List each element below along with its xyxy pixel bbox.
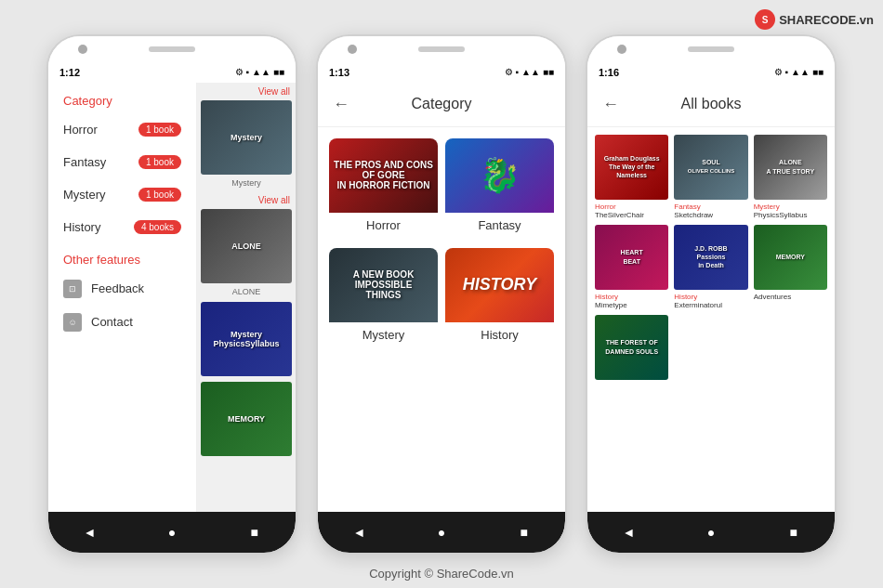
book-name-3: PhysicsSyllabus [754, 211, 827, 219]
view-all-2[interactable]: View all [258, 195, 290, 205]
book-item-forest[interactable]: THE FOREST OF DAMNED SOULS [595, 315, 668, 380]
book-genre-1: Horror [595, 203, 668, 211]
book-cover-text-6: MEMORY [774, 251, 807, 263]
horror-image-text: THE PROS AND CONS OF GOREIN HORROR FICTI… [329, 156, 438, 194]
settings-icon-3: ⚙ [774, 67, 783, 77]
phone-3-nav: ◄ ● ■ [587, 512, 835, 553]
sidebar-item-mystery[interactable]: Mystery 1 book [48, 178, 196, 211]
nav-home-1[interactable]: ● [163, 523, 181, 542]
wifi-icon-2: ■■ [543, 67, 554, 77]
phone-1: 1:12 ⚙ ▪ ▲▲ ■■ Category Horror 1 book [46, 34, 297, 555]
book-item-alone[interactable]: ALONEA TRUE STORY Mystery PhysicsSyllabu… [754, 135, 827, 219]
category-grid: THE PROS AND CONS OF GOREIN HORROR FICTI… [318, 127, 565, 361]
phone-2-screen: 1:13 ⚙ ▪ ▲▲ ■■ ← Category THE PROS AND C… [318, 62, 565, 512]
book-cover-passions: J.D. ROBBPassionsin Death [674, 225, 747, 290]
book-cover-wayofnameless: Graham DouglassThe Way of the Nameless [595, 135, 668, 200]
back-button-2[interactable]: ← [333, 95, 349, 114]
phone-2-nav: ◄ ● ■ [318, 512, 565, 553]
status-bar-1: 1:12 ⚙ ▪ ▲▲ ■■ [48, 62, 296, 83]
status-bar-2: 1:13 ⚙ ▪ ▲▲ ■■ [318, 62, 565, 83]
book-item-wayofnameless[interactable]: Graham DouglassThe Way of the Nameless H… [595, 135, 668, 219]
watermark-text: SHARECODE.vn [779, 13, 874, 27]
category-header: Category [48, 86, 196, 113]
book-cover-text-1: Graham DouglassThe Way of the Nameless [595, 152, 668, 181]
copyright-text: Copyright © ShareCode.vn [369, 567, 514, 581]
book-item-heartbeat[interactable]: HEARTBEAT History Mimetype [595, 225, 668, 309]
book-genre-4: History [595, 293, 668, 301]
book-name-4: Mimetype [595, 301, 668, 309]
horror-label: Horror [329, 213, 438, 234]
view-all-1[interactable]: View all [258, 86, 290, 97]
fantasy-image-text: 🐉 [479, 156, 521, 195]
book-name-6: Adventures [754, 293, 827, 301]
phone-3-camera [617, 45, 626, 54]
book-genre-5: History [674, 293, 747, 301]
settings-icon: ⚙ [235, 67, 244, 77]
book-name-1: TheSilverChair [595, 211, 668, 219]
book-cover-mystery: Mystery [201, 100, 292, 175]
books-grid: Graham DouglassThe Way of the Nameless H… [587, 127, 835, 387]
book-title-physics: Mystery PhysicsSyllabus [201, 328, 292, 350]
badge-mystery: 1 book [138, 188, 181, 202]
history-image: HISTORY [445, 248, 554, 322]
book-cover-heartbeat: HEARTBEAT [595, 225, 668, 290]
history-image-text: HISTORY [463, 275, 536, 294]
book-title-alone: ALONE [230, 240, 263, 253]
book-cover-text-2: SOULOLIVER COLLINS [686, 156, 736, 177]
sidebar-item-horror[interactable]: Horror 1 book [48, 113, 196, 146]
book-title-mystery: Mystery [229, 131, 264, 144]
menu-item-feedback[interactable]: ⊡ Feedback [48, 272, 196, 306]
signal-icon-2: ▲▲ [521, 67, 540, 77]
book-cover-soul: SOULOLIVER COLLINS [674, 135, 747, 200]
book-cover-memory-3: MEMORY [754, 225, 827, 290]
book-item-memory[interactable]: MEMORY Adventures [754, 225, 827, 309]
category-card-mystery[interactable]: A NEW BOOKIMPOSSIBLETHINGS Mystery [329, 248, 438, 350]
book-item-soul[interactable]: SOULOLIVER COLLINS Fantasy Sketchdraw [674, 135, 747, 219]
nav-back-1[interactable]: ◄ [80, 523, 99, 542]
settings-icon-2: ⚙ [505, 67, 513, 77]
book-title-memory: MEMORY [226, 412, 267, 425]
menu-item-contact[interactable]: ☺ Contact [48, 306, 196, 339]
book-label-alone: ALONE [201, 285, 292, 298]
nav-recent-1[interactable]: ■ [245, 523, 264, 542]
phone-1-speaker [149, 46, 195, 52]
nav-home-3[interactable]: ● [702, 523, 720, 542]
sidebar-item-label: Fantasy [63, 155, 106, 169]
battery-icon: ▪ [246, 67, 250, 77]
phone-2-app-header: ← Category [318, 83, 565, 127]
phone-1-screen: 1:12 ⚙ ▪ ▲▲ ■■ Category Horror 1 book [48, 62, 296, 512]
phone-3-top [587, 36, 835, 62]
sidebar-item-history[interactable]: History 4 books [48, 211, 196, 243]
mystery-image: A NEW BOOKIMPOSSIBLETHINGS [329, 248, 438, 322]
horror-image: THE PROS AND CONS OF GOREIN HORROR FICTI… [329, 138, 438, 213]
nav-back-3[interactable]: ◄ [619, 523, 638, 542]
phone-1-camera [78, 45, 87, 54]
back-button-3[interactable]: ← [602, 95, 619, 114]
nav-back-2[interactable]: ◄ [349, 523, 368, 542]
other-features-header: Other features [48, 243, 196, 272]
category-card-history[interactable]: HISTORY History [445, 248, 554, 350]
nav-recent-2[interactable]: ■ [515, 523, 534, 542]
nav-recent-3[interactable]: ■ [784, 523, 803, 542]
all-books-title: All books [681, 96, 742, 112]
book-cover-alone-3: ALONEA TRUE STORY [754, 135, 827, 200]
book-item-passions[interactable]: J.D. ROBBPassionsin Death History Exterm… [674, 225, 747, 309]
book-cover-physics: Mystery PhysicsSyllabus [201, 302, 292, 376]
phone-1-nav: ◄ ● ■ [48, 512, 296, 553]
sidebar-item-fantasy[interactable]: Fantasy 1 book [48, 146, 196, 178]
all-books-header: ← All books [587, 83, 835, 127]
status-icons-3: ⚙ ▪ ▲▲ ■■ [774, 67, 824, 77]
book-cover-text-5: J.D. ROBBPassionsin Death [692, 242, 729, 271]
status-time-3: 1:16 [599, 67, 619, 78]
status-icons-1: ⚙ ▪ ▲▲ ■■ [235, 67, 284, 77]
menu-item-label: Contact [91, 315, 133, 329]
book-cover-text-7: THE FOREST OF DAMNED SOULS [595, 336, 668, 357]
category-card-horror[interactable]: THE PROS AND CONS OF GOREIN HORROR FICTI… [329, 138, 438, 241]
book-cover-alone: ALONE [201, 209, 292, 283]
wifi-icon: ■■ [273, 67, 284, 77]
status-time-1: 1:12 [59, 67, 80, 78]
category-card-fantasy[interactable]: 🐉 Fantasy [445, 138, 554, 241]
phone-1-layout: Category Horror 1 book Fantasy 1 book My… [48, 83, 296, 512]
nav-home-2[interactable]: ● [432, 523, 451, 542]
fantasy-label: Fantasy [445, 213, 554, 234]
